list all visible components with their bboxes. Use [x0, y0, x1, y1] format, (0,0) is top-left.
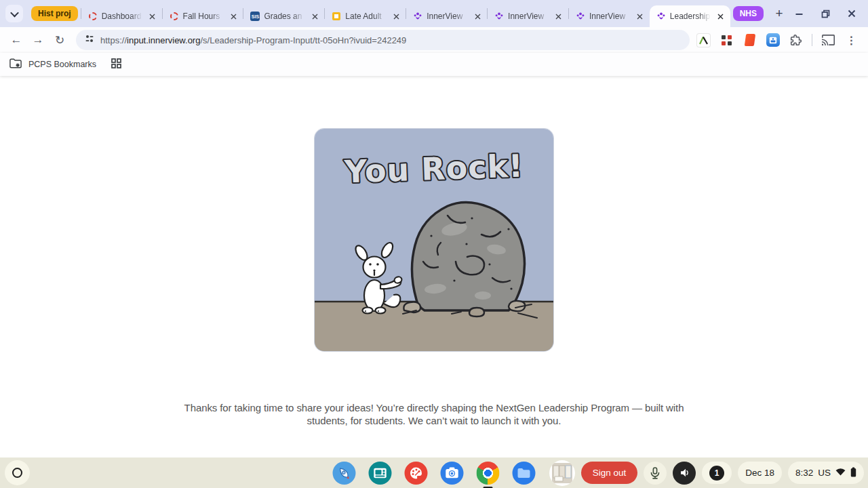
innerview-favicon: [494, 12, 504, 21]
window-controls: [788, 9, 868, 18]
tab-title: InnerView: [589, 12, 631, 21]
extensions-puzzle-icon[interactable]: [789, 33, 803, 47]
tab-title: Dashboard: [102, 12, 143, 21]
shelf-apps: [333, 462, 536, 485]
browser-menu-icon[interactable]: ⋮: [844, 33, 859, 47]
close-tab-icon[interactable]: [635, 11, 646, 22]
tab-innerview-3[interactable]: InnerView: [569, 5, 650, 27]
screenshot-extension-icon[interactable]: [766, 33, 780, 47]
gallery-app-icon[interactable]: [369, 462, 392, 485]
tab-innerview-2[interactable]: InnerView: [488, 5, 568, 27]
address-bar[interactable]: https://input.innerview.org/s/Leadership…: [76, 30, 690, 50]
notification-count-badge: 1: [709, 466, 724, 481]
you-rock-text: You Rock!: [343, 147, 524, 190]
tab-title: InnerView: [508, 12, 549, 21]
tab-dashboard[interactable]: Dashboard: [81, 5, 162, 27]
close-tab-icon[interactable]: [553, 11, 564, 22]
shelf-status-area: Sign out 1 Dec 18 8:32 US: [549, 460, 864, 486]
browser-toolbar: ← → ↻ https://input.innerview.org/s/Lead…: [0, 27, 868, 53]
tab-group-nhs[interactable]: NHS: [733, 6, 764, 21]
sis-favicon: SIS: [250, 12, 260, 21]
innerview-favicon: [656, 12, 666, 21]
dots-grid-extension-icon[interactable]: [719, 33, 734, 47]
toolbar-divider: [812, 34, 812, 46]
launcher-button[interactable]: [5, 460, 30, 485]
thank-you-message: Thanks for taking time to share your ide…: [170, 401, 698, 427]
close-tab-icon[interactable]: [472, 11, 483, 22]
sign-out-button[interactable]: Sign out: [581, 462, 638, 484]
tab-strip: Hist proj Dashboard Fall Hours SIS Grade…: [0, 0, 868, 27]
innerview-favicon: [576, 12, 585, 21]
tab-late-adult[interactable]: Late Adult: [325, 5, 406, 27]
microphone-button[interactable]: [644, 462, 667, 485]
cast-icon[interactable]: [821, 33, 835, 47]
wifi-icon: [835, 468, 846, 478]
tab-innerview-1[interactable]: InnerView: [406, 5, 487, 27]
tab-title: Leadership: [670, 12, 711, 21]
apps-grid-icon[interactable]: [111, 58, 121, 71]
boulder: [412, 202, 524, 310]
keyboard-layout-indicator: US: [818, 468, 831, 478]
tab-grades[interactable]: SIS Grades an: [243, 5, 324, 27]
tab-title: InnerView: [427, 12, 468, 21]
speaker-button[interactable]: [673, 462, 696, 485]
system-tray[interactable]: 8:32 US: [788, 462, 864, 484]
minimize-icon[interactable]: [795, 9, 804, 18]
restore-icon[interactable]: [821, 9, 830, 18]
canvas-app-icon[interactable]: [405, 462, 428, 485]
screen-capture-preview[interactable]: [549, 460, 575, 486]
tab-fall-hours[interactable]: Fall Hours: [163, 5, 243, 27]
chevron-down-icon: [10, 8, 19, 17]
explore-app-icon[interactable]: [333, 462, 356, 485]
launcher-icon: [12, 468, 22, 478]
chrome-app-icon[interactable]: [477, 462, 500, 485]
close-tab-icon[interactable]: [715, 11, 726, 22]
lambda-extension-icon[interactable]: [696, 33, 711, 47]
red-dashed-circle-favicon: [170, 12, 179, 21]
notification-counter[interactable]: 1: [702, 462, 732, 484]
managed-folder-icon[interactable]: [9, 58, 22, 71]
you-rock-illustration: You Rock!: [315, 129, 553, 351]
tab-title: Grades an: [264, 12, 305, 21]
close-tab-icon[interactable]: [309, 11, 320, 22]
clock-time: 8:32: [795, 468, 813, 478]
reload-icon[interactable]: ↻: [50, 30, 69, 49]
files-app-icon[interactable]: [513, 462, 536, 485]
url-text: https://input.innerview.org/s/Leadership…: [100, 35, 406, 45]
new-tab-button[interactable]: +: [770, 5, 788, 22]
forward-icon[interactable]: →: [28, 30, 47, 49]
tab-leadership-active[interactable]: Leadership: [650, 5, 730, 27]
back-icon[interactable]: ←: [7, 30, 26, 49]
tab-title: Fall Hours: [183, 12, 224, 21]
tab-search-button[interactable]: [5, 5, 23, 22]
flag-extension-icon[interactable]: [743, 33, 757, 47]
close-tab-icon[interactable]: [147, 11, 158, 22]
close-tab-icon[interactable]: [391, 11, 401, 22]
date-pill[interactable]: Dec 18: [738, 462, 782, 484]
bookmarks-bar: PCPS Bookmarks: [0, 53, 868, 76]
close-tab-icon[interactable]: [228, 11, 239, 22]
red-dashed-circle-favicon: [88, 12, 98, 21]
tab-title: Late Adult: [345, 12, 387, 21]
site-info-icon[interactable]: [84, 33, 95, 47]
close-window-icon[interactable]: [848, 9, 856, 18]
toolbar-extensions: ⋮: [696, 33, 861, 47]
chromeos-shelf: Sign out 1 Dec 18 8:32 US: [0, 458, 868, 488]
yellow-square-favicon: [332, 12, 341, 21]
survey-thank-you-page: You Rock!: [0, 76, 868, 458]
camera-app-icon[interactable]: [441, 462, 464, 485]
innerview-favicon: [413, 12, 422, 21]
battery-icon: [850, 467, 856, 479]
tab-group-hist-proj[interactable]: Hist proj: [31, 6, 78, 21]
bookmarks-folder-label[interactable]: PCPS Bookmarks: [28, 60, 96, 69]
